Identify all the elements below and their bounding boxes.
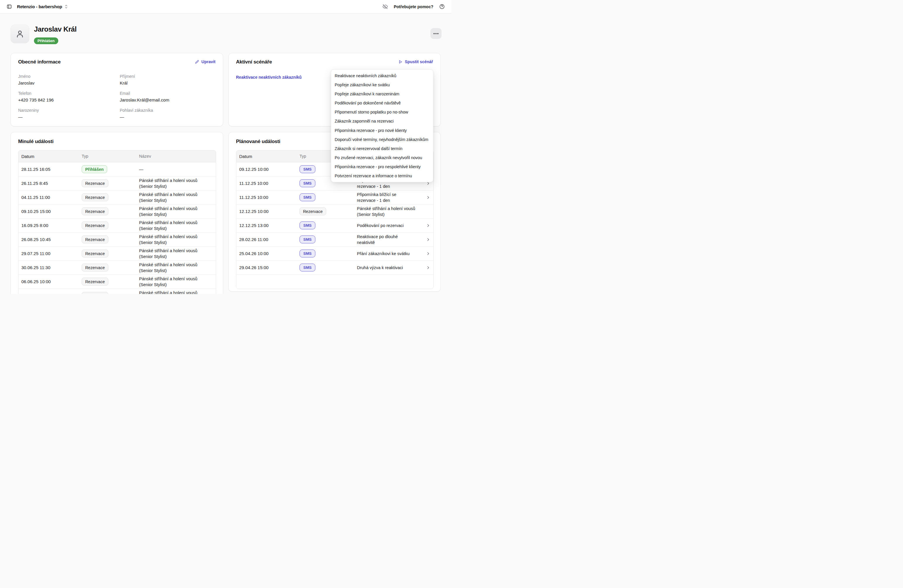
event-name: Poděkování po rezervaci — [357, 223, 423, 229]
event-name: Pánské stříhání a holení vousů (Senior S… — [139, 262, 216, 273]
event-date: 28.02.26 11:00 — [239, 237, 299, 242]
pencil-icon — [195, 60, 199, 64]
field-label: Příjmení — [120, 74, 216, 79]
event-date: 16.09.25 8:00 — [21, 223, 82, 228]
scenario-dropdown-menu: Reaktivace neaktivních zákazníků Popřeje… — [331, 69, 433, 182]
run-scenario-button[interactable]: Spustit scénář — [398, 60, 433, 64]
table-row-empty — [236, 275, 433, 289]
event-date: 11.12.25 10:00 — [239, 181, 299, 186]
field-value: — — [120, 114, 216, 119]
event-name: Druhá výzva k reaktivaci — [357, 265, 423, 271]
sidebar-toggle-button[interactable] — [5, 3, 13, 11]
table-row: 26.08.25 10:45 Rezervace Pánské stříhání… — [19, 232, 216, 246]
menu-item[interactable]: Poděkování po dokončené návštěvě — [331, 99, 433, 108]
type-badge: SMS — [299, 263, 315, 271]
field-pohlavi: Pohlaví zákazníka — — [120, 108, 216, 119]
visibility-toggle-button[interactable] — [382, 3, 389, 11]
active-scenario-link[interactable]: Reaktivace neaktivních zákazníků — [236, 75, 302, 80]
help-link[interactable]: Potřebujete pomoc? — [394, 5, 433, 9]
field-narozeniny: Narozeniny — — [18, 108, 120, 119]
type-badge: Rezervace — [82, 207, 109, 215]
type-badge: SMS — [299, 249, 315, 257]
menu-item[interactable]: Doporučí volné termíny, nejvhodnějším zá… — [331, 135, 433, 144]
menu-item[interactable]: Zákazník zapomněl na rezervaci — [331, 117, 433, 126]
event-date: 30.06.25 11:30 — [21, 265, 82, 270]
field-jmeno: Jméno Jaroslav — [18, 74, 120, 85]
customer-name: Jaroslav Král — [34, 25, 77, 33]
menu-item[interactable]: Potvrzení rezervace a informace o termín… — [331, 171, 433, 180]
eye-off-icon — [382, 4, 388, 9]
field-value: +420 735 842 196 — [18, 97, 120, 102]
event-date: 25.04.26 10:00 — [239, 251, 299, 256]
question-circle-icon — [439, 4, 445, 9]
event-date: 06.06.25 10:00 — [21, 279, 82, 284]
menu-item[interactable]: Popřeje zákazníkovi ke svátku — [331, 80, 433, 89]
type-badge: Rezervace — [82, 235, 109, 243]
event-date: 29.07.25 11:00 — [21, 251, 82, 256]
event-date: 28.11.25 16:05 — [21, 167, 82, 172]
event-date: 26.11.25 8:45 — [21, 181, 82, 186]
general-info-title: Obecné informace — [18, 59, 216, 65]
past-events-card: Minulé události Datum Typ Název 28.11.25… — [11, 132, 223, 294]
event-name: Pánské stříhání a holení vousů (Senior S… — [139, 234, 216, 245]
menu-item[interactable]: Popřeje zákazníkovi k narozeninám — [331, 89, 433, 98]
table-row[interactable]: 28.02.26 11:00 SMS Reaktivace po dlouhé … — [236, 232, 433, 246]
workspace-title: Retenzio - barbershop — [17, 4, 62, 9]
ellipsis-icon — [433, 33, 439, 34]
table-row: 04.11.25 11:00 Rezervace Pánské stříhání… — [19, 190, 216, 204]
table-row[interactable]: 25.04.26 10:00 SMS Přání zákazníkovi ke … — [236, 246, 433, 261]
type-badge: Rezervace — [82, 221, 109, 229]
workspace-selector[interactable]: Retenzio - barbershop — [17, 4, 68, 9]
chevron-right-icon — [423, 224, 433, 227]
edit-button[interactable]: Upravit — [195, 60, 216, 64]
general-info-card: Obecné informace Upravit Jméno Jaroslav … — [11, 53, 223, 126]
past-events-title: Minulé události — [18, 139, 216, 144]
event-name: Pánské stříhání a holení vousů (Senior S… — [139, 276, 216, 288]
column-typ: Typ — [82, 154, 139, 158]
chevron-up-down-icon — [65, 5, 68, 9]
menu-item[interactable]: Připomínka rezervace - pro nové klienty — [331, 126, 433, 135]
more-actions-button[interactable] — [430, 28, 442, 39]
table-row: 30.06.25 11:30 Rezervace Pánské stříhání… — [19, 261, 216, 275]
event-date: 29.04.26 15:00 — [239, 265, 299, 270]
menu-item[interactable]: Připomenutí storno poplatku po no-show — [331, 108, 433, 117]
table-header: Datum Typ Název — [19, 151, 216, 162]
type-badge: SMS — [299, 179, 315, 187]
field-value: — — [18, 114, 120, 119]
status-badge: Přihlášen — [34, 38, 58, 44]
menu-item[interactable]: Reaktivace neaktivních zákazníků — [331, 71, 433, 80]
table-row: 09.10.25 15:00 Rezervace Pánské stříhání… — [19, 204, 216, 218]
chevron-right-icon — [423, 252, 433, 256]
table-row: Rezervace Pánské stříhání a holení vousů… — [19, 289, 216, 294]
table-row: 16.09.25 8:00 Rezervace Pánské stříhání … — [19, 218, 216, 232]
menu-item[interactable]: Po zrušené rezervaci, zákazník nevytvoři… — [331, 153, 433, 162]
type-badge: SMS — [299, 235, 315, 243]
column-datum: Datum — [239, 154, 299, 159]
event-name: — — [139, 166, 216, 172]
event-date: 26.08.25 10:45 — [21, 237, 82, 242]
help-button[interactable] — [438, 3, 446, 11]
menu-item[interactable]: Připomínka rezervace - pro nespolehlivé … — [331, 162, 433, 171]
field-label: Narozeniny — [18, 108, 120, 113]
column-datum: Datum — [21, 154, 82, 159]
column-nazev: Název — [139, 154, 216, 158]
table-row[interactable]: 29.04.26 15:00 SMS Druhá výzva k reaktiv… — [236, 261, 433, 275]
type-badge: Rezervace — [82, 179, 109, 187]
type-badge: Rezervace — [82, 278, 109, 285]
table-row[interactable]: 11.12.25 10:00 SMS Připomínka blížící se… — [236, 190, 433, 204]
past-events-table: Datum Typ Název 28.11.25 16:05 Přihlášen… — [18, 150, 216, 294]
table-row: 12.12.25 10:00 Rezervace Pánské stříhání… — [236, 204, 433, 218]
type-badge: Rezervace — [299, 207, 326, 215]
type-badge: Rezervace — [82, 193, 109, 201]
event-name: Přání zákazníkovi ke svátku — [357, 251, 423, 257]
sidebar-panel-icon — [7, 4, 12, 9]
table-row: 26.11.25 8:45 Rezervace Pánské stříhání … — [19, 176, 216, 190]
menu-item[interactable]: Zákazník si nerezervoval další termín — [331, 144, 433, 153]
field-value: Jaroslav — [18, 80, 120, 85]
chevron-right-icon — [423, 195, 433, 199]
event-date: 09.12.25 10:00 — [239, 167, 299, 172]
avatar — [11, 25, 29, 43]
table-row[interactable]: 12.12.25 13:00 SMS Poděkování po rezerva… — [236, 218, 433, 232]
type-badge: Rezervace — [82, 263, 109, 271]
type-badge: Přihlášen — [82, 165, 107, 173]
